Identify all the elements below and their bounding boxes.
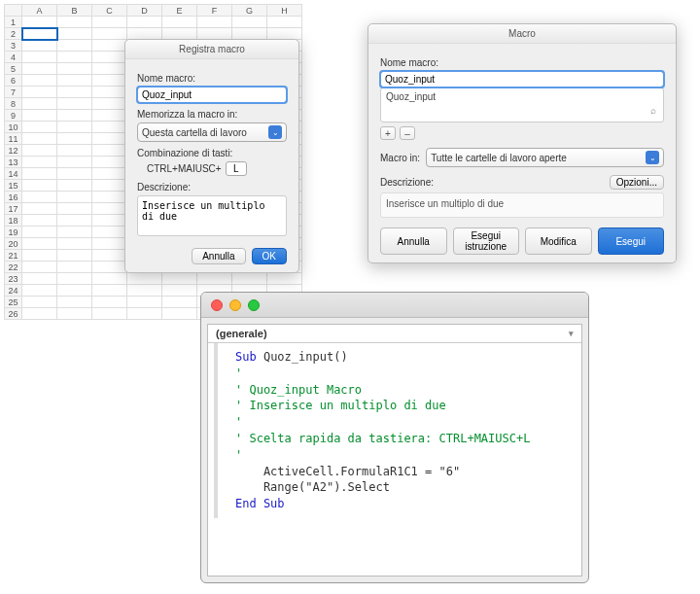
row-header[interactable]: 19 (5, 227, 22, 238)
cell[interactable] (22, 192, 57, 203)
cell[interactable] (92, 63, 127, 75)
cell[interactable] (92, 238, 127, 250)
select-macro-in[interactable]: Tutte le cartelle di lavoro aperte ⌄ (426, 148, 664, 167)
cell[interactable] (57, 227, 92, 238)
cell[interactable] (22, 75, 57, 87)
cell[interactable] (57, 192, 92, 203)
cell[interactable] (57, 285, 92, 297)
row-header[interactable]: 12 (5, 145, 22, 157)
cell[interactable] (92, 17, 127, 28)
cell[interactable] (92, 157, 127, 168)
row-header[interactable]: 11 (5, 133, 22, 145)
col-header[interactable]: A (22, 5, 57, 17)
cell[interactable] (57, 308, 92, 320)
cell[interactable] (57, 122, 92, 133)
row-header[interactable]: 6 (5, 75, 22, 87)
row-header[interactable]: 17 (5, 203, 22, 215)
cell[interactable] (92, 133, 127, 145)
input-nome-macro[interactable] (137, 87, 287, 103)
cell[interactable] (22, 308, 57, 320)
cell[interactable] (92, 262, 127, 273)
cell[interactable] (127, 297, 162, 308)
cell[interactable] (127, 28, 162, 40)
cell[interactable] (22, 285, 57, 297)
cell[interactable] (197, 17, 232, 28)
close-icon[interactable] (211, 299, 223, 311)
cell[interactable] (22, 98, 57, 110)
cell[interactable] (127, 308, 162, 320)
cell[interactable] (22, 110, 57, 122)
cell[interactable] (267, 273, 302, 285)
cell[interactable] (92, 145, 127, 157)
cell[interactable] (92, 110, 127, 122)
edit-button[interactable]: Modifica (525, 227, 592, 255)
cell[interactable] (232, 17, 267, 28)
cancel-button[interactable]: Annulla (192, 248, 245, 264)
cell[interactable] (162, 285, 197, 297)
cell[interactable] (57, 75, 92, 87)
cell[interactable] (232, 28, 267, 40)
cell[interactable] (57, 273, 92, 285)
cell[interactable] (267, 17, 302, 28)
cell[interactable] (22, 145, 57, 157)
input-nome-macro[interactable] (380, 71, 664, 87)
cell[interactable] (127, 273, 162, 285)
cell[interactable] (22, 238, 57, 250)
cell[interactable] (92, 203, 127, 215)
cell[interactable] (57, 297, 92, 308)
row-header[interactable]: 16 (5, 192, 22, 203)
col-header[interactable]: E (162, 5, 197, 17)
row-header[interactable]: 24 (5, 285, 22, 297)
cell[interactable] (57, 203, 92, 215)
cell[interactable] (57, 238, 92, 250)
textarea-descrizione[interactable] (137, 195, 287, 236)
cell[interactable] (92, 192, 127, 203)
cell[interactable] (22, 215, 57, 227)
cell[interactable] (57, 262, 92, 273)
cell[interactable] (22, 273, 57, 285)
cell[interactable] (22, 203, 57, 215)
cell[interactable] (92, 273, 127, 285)
cell[interactable] (92, 28, 127, 40)
cell[interactable] (92, 168, 127, 180)
cell[interactable] (92, 98, 127, 110)
cell[interactable] (22, 180, 57, 192)
cell[interactable] (22, 122, 57, 133)
col-header[interactable]: D (127, 5, 162, 17)
cell[interactable] (92, 308, 127, 320)
cell[interactable] (22, 63, 57, 75)
cell[interactable] (92, 40, 127, 52)
zoom-icon[interactable] (248, 299, 260, 311)
cell[interactable] (92, 52, 127, 63)
row-header[interactable]: 22 (5, 262, 22, 273)
cell[interactable] (92, 215, 127, 227)
cell[interactable] (92, 122, 127, 133)
cell[interactable] (22, 297, 57, 308)
row-header[interactable]: 4 (5, 52, 22, 63)
cell[interactable] (92, 75, 127, 87)
row-header[interactable]: 8 (5, 98, 22, 110)
cell[interactable] (22, 168, 57, 180)
col-header[interactable]: B (57, 5, 92, 17)
cell[interactable] (22, 133, 57, 145)
cell[interactable] (22, 17, 57, 28)
cell[interactable] (92, 297, 127, 308)
cell[interactable] (92, 285, 127, 297)
run-button[interactable]: Esegui (598, 227, 665, 255)
cell[interactable] (57, 250, 92, 262)
cell[interactable] (57, 180, 92, 192)
minimize-icon[interactable] (229, 299, 241, 311)
cell[interactable] (92, 180, 127, 192)
code-editor[interactable]: Sub Quoz_input() ' ' Quoz_input Macro ' … (214, 343, 581, 518)
row-header[interactable]: 25 (5, 297, 22, 308)
cell[interactable] (57, 63, 92, 75)
cell[interactable] (92, 87, 127, 98)
cell[interactable] (57, 133, 92, 145)
row-header[interactable]: 7 (5, 87, 22, 98)
row-header[interactable]: 13 (5, 157, 22, 168)
row-header[interactable]: 10 (5, 122, 22, 133)
row-header[interactable]: 5 (5, 63, 22, 75)
cell[interactable] (162, 308, 197, 320)
cell[interactable] (197, 28, 232, 40)
ok-button[interactable]: OK (252, 248, 287, 264)
